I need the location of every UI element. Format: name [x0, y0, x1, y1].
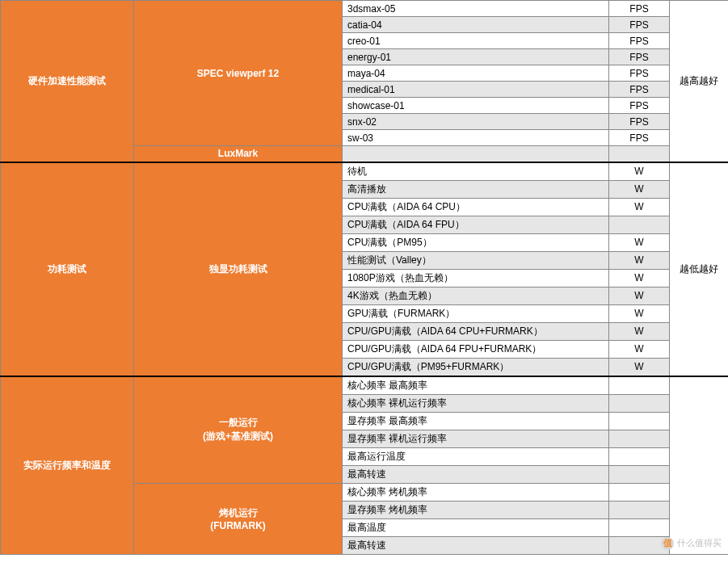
metric-unit: W [609, 269, 670, 287]
metric-name: 性能测试（Valley） [343, 251, 609, 269]
metric-name: CPU满载（PM95） [343, 233, 609, 251]
metric-unit: W [609, 304, 670, 322]
watermark-text: 什么值得买 [677, 537, 722, 549]
watermark: 值 什么值得买 [661, 537, 722, 550]
section-note: 越高越好 [670, 1, 729, 162]
metric-name: medical-01 [343, 82, 609, 98]
metric-name: 显存频率 最高频率 [343, 412, 609, 430]
metric-name: 核心频率 最高频率 [343, 376, 609, 395]
group-label: 一般运行 (游戏+基准测试) [134, 376, 343, 484]
metric-unit [609, 518, 670, 536]
section-note [670, 376, 729, 555]
metric-unit [609, 447, 670, 465]
metric-unit [609, 483, 670, 501]
metric-name: 核心频率 裸机运行频率 [343, 394, 609, 412]
metric-unit [609, 430, 670, 447]
metric-unit: W [609, 322, 670, 340]
metric-unit: FPS [609, 17, 670, 33]
metric-name: sw-03 [343, 130, 609, 146]
metric-unit [609, 501, 670, 518]
metric-name: 核心频率 烤机频率 [343, 483, 609, 501]
metric-unit: W [609, 198, 670, 216]
metric-name: CPU/GPU满载（AIDA 64 FPU+FURMARK） [343, 340, 609, 358]
metric-name: 待机 [343, 162, 609, 181]
table-row: 实际运行频率和温度一般运行 (游戏+基准测试)核心频率 最高频率 [1, 376, 729, 395]
metric-unit: W [609, 233, 670, 251]
metric-name: creo-01 [343, 33, 609, 49]
metric-name: CPU/GPU满载（PM95+FURMARK） [343, 358, 609, 376]
metric-name: 1080P游戏（热血无赖） [343, 269, 609, 287]
metric-unit: W [609, 162, 670, 181]
metric-name: 高清播放 [343, 180, 609, 198]
group-label: SPEC viewperf 12 [134, 1, 343, 146]
metric-name: CPU满载（AIDA 64 FPU） [343, 216, 609, 233]
metric-name: GPU满载（FURMARK） [343, 304, 609, 322]
metric-unit: FPS [609, 82, 670, 98]
metric-name: 最高运行温度 [343, 447, 609, 465]
section-header: 实际运行频率和温度 [1, 376, 134, 555]
metric-name: 最高转速 [343, 536, 609, 554]
metric-unit: W [609, 180, 670, 198]
metric-name: 最高转速 [343, 465, 609, 483]
metric-name: energy-01 [343, 49, 609, 65]
metric-name: showcase-01 [343, 98, 609, 114]
metric-unit [609, 376, 670, 395]
metric-name: 最高温度 [343, 518, 609, 536]
metric-name: 显存频率 烤机频率 [343, 501, 609, 518]
section-header: 功耗测试 [1, 162, 134, 376]
group-label: LuxMark [134, 146, 343, 162]
metric-name: maya-04 [343, 65, 609, 82]
metric-unit [609, 394, 670, 412]
watermark-icon: 值 [661, 537, 674, 550]
section-note: 越低越好 [670, 162, 729, 376]
metric-unit: W [609, 251, 670, 269]
metric-name: CPU/GPU满载（AIDA 64 CPU+FURMARK） [343, 322, 609, 340]
metric-unit: W [609, 358, 670, 376]
metric-unit: FPS [609, 98, 670, 114]
benchmark-table: 硬件加速性能测试SPEC viewperf 123dsmax-05FPS越高越好… [0, 0, 728, 555]
group-label: 烤机运行 (FURMARK) [134, 483, 343, 554]
metric-unit [609, 216, 670, 233]
metric-unit: FPS [609, 1, 670, 17]
metric-unit [609, 146, 670, 162]
group-label: 独显功耗测试 [134, 162, 343, 376]
metric-name: CPU满载（AIDA 64 CPU） [343, 198, 609, 216]
metric-name: 4K游戏（热血无赖） [343, 287, 609, 304]
metric-name [343, 146, 609, 162]
metric-unit: FPS [609, 65, 670, 82]
metric-name: 显存频率 裸机运行频率 [343, 430, 609, 447]
table-row: 功耗测试独显功耗测试待机W越低越好 [1, 162, 729, 181]
metric-unit [609, 412, 670, 430]
metric-unit: FPS [609, 49, 670, 65]
section-header: 硬件加速性能测试 [1, 1, 134, 162]
metric-unit: FPS [609, 114, 670, 130]
metric-unit: FPS [609, 130, 670, 146]
metric-name: catia-04 [343, 17, 609, 33]
metric-unit: FPS [609, 33, 670, 49]
metric-name: 3dsmax-05 [343, 1, 609, 17]
metric-unit: W [609, 287, 670, 304]
metric-unit [609, 465, 670, 483]
metric-unit: W [609, 340, 670, 358]
table-row: 硬件加速性能测试SPEC viewperf 123dsmax-05FPS越高越好 [1, 1, 729, 17]
metric-name: snx-02 [343, 114, 609, 130]
